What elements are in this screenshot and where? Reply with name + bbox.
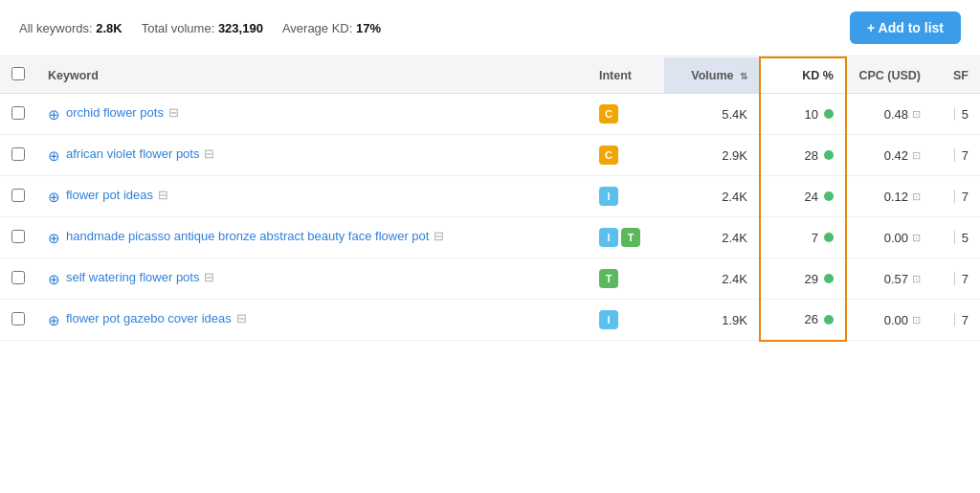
row-checkbox[interactable] <box>11 230 25 243</box>
kd-dot <box>824 233 834 242</box>
avg-kd-label: Average KD: <box>282 21 352 35</box>
keyword-link[interactable]: orchid flower pots <box>66 105 164 120</box>
cpc-cell: 0.00⊡ <box>846 217 932 258</box>
cpc-cell: 0.12⊡ <box>846 176 932 217</box>
header-sf-label: SF <box>953 69 969 82</box>
table-row: ⊕self watering flower pots⊟T2.4K290.57⊡7 <box>0 258 980 300</box>
select-all-checkbox[interactable] <box>11 67 25 80</box>
all-keywords-label: All keywords: <box>19 21 93 35</box>
volume-cell: 5.4K <box>664 94 760 135</box>
header-keyword-label: Keyword <box>48 69 99 82</box>
row-checkbox[interactable] <box>11 271 25 284</box>
total-volume-label: Total volume: <box>142 21 215 35</box>
avg-kd-stat: Average KD: 17% <box>282 21 381 35</box>
kd-cell: 26 <box>760 300 846 341</box>
sf-value: 7 <box>962 313 969 327</box>
keyword-cell: ⊕flower pot gazebo cover ideas⊟ <box>36 300 588 341</box>
table-row: ⊕orchid flower pots⊟C5.4K100.48⊡5 <box>0 94 980 135</box>
row-checkbox-cell <box>0 135 36 176</box>
keyword-doc-icon[interactable]: ⊟ <box>204 270 214 284</box>
divider <box>954 148 955 162</box>
divider <box>954 190 955 203</box>
row-checkbox-cell <box>0 217 36 258</box>
cpc-search-icon[interactable]: ⊡ <box>912 314 921 326</box>
keyword-doc-icon[interactable]: ⊟ <box>168 105 179 120</box>
header-cpc-col: CPC (USD) <box>846 57 932 94</box>
divider <box>954 107 955 121</box>
keywords-table: Keyword Intent Volume ⇅ KD % CPC (USD) S… <box>0 56 980 342</box>
cpc-search-icon[interactable]: ⊡ <box>912 190 921 203</box>
kd-dot <box>824 109 834 119</box>
kd-cell: 29 <box>760 258 846 300</box>
keyword-doc-icon[interactable]: ⊟ <box>434 229 444 243</box>
total-volume-value: 323,190 <box>218 21 263 35</box>
add-keyword-icon[interactable]: ⊕ <box>48 230 60 247</box>
sf-value: 7 <box>962 272 969 286</box>
table-row: ⊕flower pot ideas⊟I2.4K240.12⊡7 <box>0 176 980 217</box>
cpc-cell: 0.00⊡ <box>846 300 932 341</box>
volume-cell: 2.4K <box>664 176 760 217</box>
add-keyword-icon[interactable]: ⊕ <box>48 189 60 206</box>
cpc-cell: 0.57⊡ <box>846 258 932 300</box>
keyword-link[interactable]: flower pot ideas <box>66 188 153 202</box>
kd-value: 24 <box>805 190 818 204</box>
intent-badge-i: I <box>599 310 618 329</box>
keyword-cell: ⊕orchid flower pots⊟ <box>36 94 588 135</box>
add-keyword-icon[interactable]: ⊕ <box>48 312 60 329</box>
row-checkbox-cell <box>0 94 36 135</box>
add-keyword-icon[interactable]: ⊕ <box>48 147 60 165</box>
kd-value: 26 <box>805 312 818 326</box>
cpc-search-icon[interactable]: ⊡ <box>912 149 921 162</box>
cpc-cell: 0.42⊡ <box>846 135 932 176</box>
intent-cell: T <box>588 258 664 300</box>
sf-value: 7 <box>962 190 969 204</box>
row-checkbox[interactable] <box>11 147 25 161</box>
add-keyword-icon[interactable]: ⊕ <box>48 106 60 123</box>
header-intent-col: Intent <box>588 57 664 94</box>
keyword-link[interactable]: flower pot gazebo cover ideas <box>66 311 232 325</box>
kd-dot <box>824 274 834 283</box>
sf-value: 5 <box>962 231 969 245</box>
keyword-link[interactable]: handmade picasso antique bronze abstract… <box>66 229 429 243</box>
total-volume-stat: Total volume: 323,190 <box>142 21 263 35</box>
add-keyword-icon[interactable]: ⊕ <box>48 271 60 288</box>
keyword-doc-icon[interactable]: ⊟ <box>236 311 247 325</box>
table-header-row: Keyword Intent Volume ⇅ KD % CPC (USD) S… <box>0 57 980 94</box>
divider <box>954 313 955 326</box>
cpc-search-icon[interactable]: ⊡ <box>912 232 921 244</box>
all-keywords-value: 2.8K <box>96 21 122 35</box>
divider <box>954 272 955 285</box>
row-checkbox[interactable] <box>11 312 25 325</box>
keyword-doc-icon[interactable]: ⊟ <box>204 146 214 161</box>
intent-cell: C <box>588 135 664 176</box>
intent-cell: I <box>588 176 664 217</box>
cpc-value: 0.00 <box>884 231 908 245</box>
sf-cell: 7 <box>932 135 980 176</box>
sf-cell: 7 <box>932 258 980 300</box>
intent-badge-c: C <box>599 146 618 165</box>
intent-badge-c: C <box>599 104 618 123</box>
row-checkbox[interactable] <box>11 106 25 120</box>
cpc-search-icon[interactable]: ⊡ <box>912 273 921 285</box>
sf-cell: 7 <box>932 176 980 217</box>
header-sf-col: SF <box>932 57 980 94</box>
kd-value: 7 <box>812 231 818 245</box>
cpc-value: 0.12 <box>884 190 908 204</box>
row-checkbox[interactable] <box>11 189 25 202</box>
cpc-value: 0.48 <box>884 107 908 122</box>
stats-row: All keywords: 2.8K Total volume: 323,190… <box>19 21 381 35</box>
keyword-link[interactable]: self watering flower pots <box>66 270 199 284</box>
kd-value: 28 <box>805 148 818 163</box>
header-keyword-col: Keyword <box>36 57 588 94</box>
header-volume-col[interactable]: Volume ⇅ <box>664 57 760 94</box>
cpc-search-icon[interactable]: ⊡ <box>912 108 921 121</box>
keyword-cell: ⊕african violet flower pots⊟ <box>36 135 588 176</box>
keyword-link[interactable]: african violet flower pots <box>66 146 199 161</box>
kd-dot <box>824 315 834 325</box>
cpc-cell: 0.48⊡ <box>846 94 932 135</box>
add-to-list-button[interactable]: + Add to list <box>850 11 961 44</box>
keyword-doc-icon[interactable]: ⊟ <box>158 188 168 202</box>
header-kd-col: KD % <box>760 57 846 94</box>
divider <box>954 231 955 244</box>
cpc-value: 0.42 <box>884 148 908 163</box>
